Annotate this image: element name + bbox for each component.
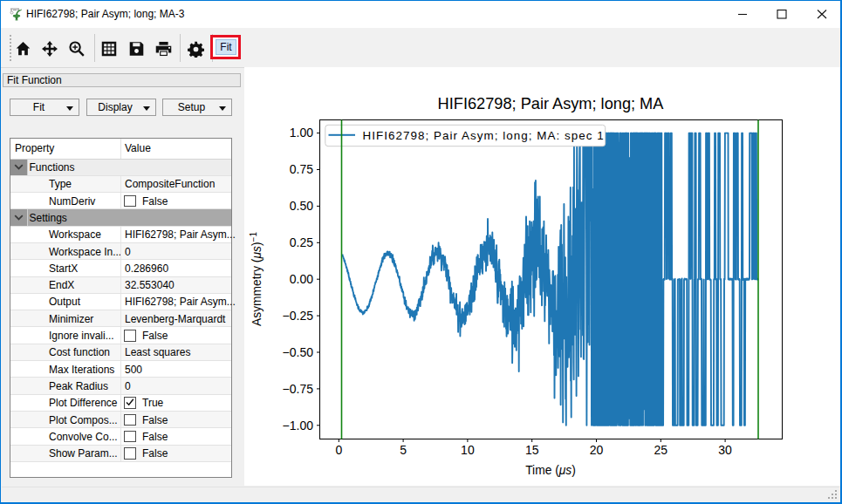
svg-text:30: 30 (718, 443, 732, 457)
svg-text:−0.75: −0.75 (283, 382, 314, 396)
svg-text:1.00: 1.00 (290, 126, 313, 140)
svg-text:0.00: 0.00 (290, 272, 313, 286)
svg-text:HIFI62798; Pair Asym; long; MA: HIFI62798; Pair Asym; long; MA: spec 1 (363, 129, 605, 142)
svg-text:15: 15 (525, 443, 539, 457)
svg-text:0: 0 (335, 443, 342, 457)
svg-text:20: 20 (590, 443, 604, 457)
svg-text:0.25: 0.25 (290, 235, 313, 249)
svg-text:Time (μs): Time (μs) (525, 464, 576, 477)
svg-text:5: 5 (400, 443, 407, 457)
svg-text:25: 25 (654, 443, 668, 457)
svg-text:−0.50: −0.50 (283, 345, 314, 359)
svg-text:HIFI62798; Pair Asym; long; MA: HIFI62798; Pair Asym; long; MA (438, 95, 665, 112)
svg-text:−1.00: −1.00 (283, 419, 314, 432)
svg-text:10: 10 (461, 443, 475, 457)
svg-text:0.50: 0.50 (290, 199, 313, 213)
svg-text:Asymmetry (μs)−1: Asymmetry (μs)−1 (249, 232, 264, 326)
svg-text:0.75: 0.75 (290, 162, 313, 176)
svg-text:−0.25: −0.25 (283, 309, 314, 323)
